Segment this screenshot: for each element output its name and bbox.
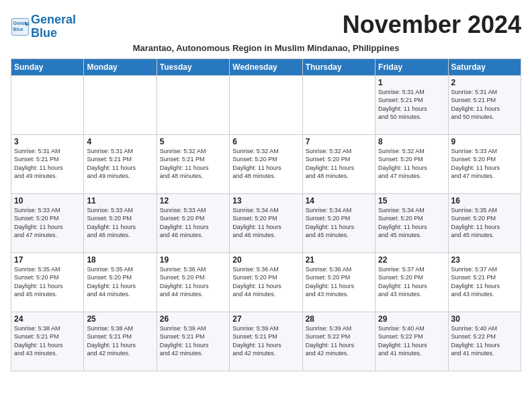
table-row: 23Sunrise: 5:37 AM Sunset: 5:21 PM Dayli… (448, 253, 521, 312)
col-saturday: Saturday (448, 58, 521, 75)
day-number: 2 (451, 78, 518, 87)
cell-info: Sunrise: 5:36 AM Sunset: 5:20 PM Dayligh… (306, 265, 372, 299)
subtitle: Marantao, Autonomous Region in Muslim Mi… (11, 43, 521, 53)
day-number: 12 (160, 196, 226, 205)
table-row: 29Sunrise: 5:40 AM Sunset: 5:22 PM Dayli… (375, 312, 448, 371)
cell-info: Sunrise: 5:32 AM Sunset: 5:20 PM Dayligh… (232, 147, 299, 181)
table-row: 4Sunrise: 5:31 AM Sunset: 5:21 PM Daylig… (84, 134, 157, 193)
table-row: 1Sunrise: 5:31 AM Sunset: 5:21 PM Daylig… (375, 75, 448, 134)
table-row: 24Sunrise: 5:38 AM Sunset: 5:21 PM Dayli… (11, 312, 84, 371)
cell-info: Sunrise: 5:39 AM Sunset: 5:22 PM Dayligh… (306, 324, 372, 358)
table-row: 12Sunrise: 5:33 AM Sunset: 5:20 PM Dayli… (157, 193, 229, 253)
col-friday: Friday (375, 58, 448, 75)
table-row: 17Sunrise: 5:35 AM Sunset: 5:20 PM Dayli… (11, 253, 84, 312)
day-number: 19 (160, 255, 226, 265)
day-number: 23 (451, 255, 518, 265)
table-row: 28Sunrise: 5:39 AM Sunset: 5:22 PM Dayli… (302, 312, 375, 371)
table-row: 26Sunrise: 5:39 AM Sunset: 5:21 PM Dayli… (157, 312, 229, 371)
day-number: 15 (378, 196, 445, 205)
cell-info: Sunrise: 5:37 AM Sunset: 5:21 PM Dayligh… (451, 265, 518, 299)
cell-info: Sunrise: 5:33 AM Sunset: 5:20 PM Dayligh… (87, 206, 153, 240)
day-number: 3 (14, 137, 81, 146)
calendar-week-row: 10Sunrise: 5:33 AM Sunset: 5:20 PM Dayli… (11, 193, 521, 253)
logo-line2: Blue (31, 26, 57, 40)
cell-info: Sunrise: 5:36 AM Sunset: 5:20 PM Dayligh… (232, 265, 299, 299)
day-number: 14 (306, 196, 372, 205)
logo-line1: General (31, 13, 76, 26)
cell-info: Sunrise: 5:33 AM Sunset: 5:20 PM Dayligh… (451, 147, 518, 181)
table-row (84, 75, 157, 134)
logo-text: General Blue (31, 13, 76, 40)
day-number: 21 (306, 255, 372, 265)
calendar-header-row: Sunday Monday Tuesday Wednesday Thursday… (11, 58, 521, 75)
table-row (230, 75, 302, 134)
cell-info: Sunrise: 5:35 AM Sunset: 5:20 PM Dayligh… (87, 265, 153, 299)
day-number: 6 (232, 137, 299, 146)
table-row: 10Sunrise: 5:33 AM Sunset: 5:20 PM Dayli… (11, 193, 84, 253)
day-number: 24 (14, 314, 81, 324)
cell-info: Sunrise: 5:38 AM Sunset: 5:21 PM Dayligh… (87, 324, 153, 358)
day-number: 5 (160, 137, 226, 146)
table-row: 19Sunrise: 5:36 AM Sunset: 5:20 PM Dayli… (157, 253, 229, 312)
table-row: 15Sunrise: 5:34 AM Sunset: 5:20 PM Dayli… (375, 193, 448, 253)
table-row: 18Sunrise: 5:35 AM Sunset: 5:20 PM Dayli… (84, 253, 157, 312)
table-row: 30Sunrise: 5:40 AM Sunset: 5:22 PM Dayli… (448, 312, 521, 371)
cell-info: Sunrise: 5:34 AM Sunset: 5:20 PM Dayligh… (232, 206, 299, 240)
day-number: 16 (451, 196, 518, 205)
table-row: 16Sunrise: 5:35 AM Sunset: 5:20 PM Dayli… (448, 193, 521, 253)
col-tuesday: Tuesday (157, 58, 229, 75)
table-row: 20Sunrise: 5:36 AM Sunset: 5:20 PM Dayli… (230, 253, 302, 312)
table-row: 5Sunrise: 5:32 AM Sunset: 5:21 PM Daylig… (157, 134, 229, 193)
cell-info: Sunrise: 5:33 AM Sunset: 5:20 PM Dayligh… (160, 206, 226, 240)
table-row: 11Sunrise: 5:33 AM Sunset: 5:20 PM Dayli… (84, 193, 157, 253)
cell-info: Sunrise: 5:32 AM Sunset: 5:20 PM Dayligh… (306, 147, 372, 181)
svg-text:Blue: Blue (13, 26, 24, 31)
col-monday: Monday (84, 58, 157, 75)
table-row: 27Sunrise: 5:39 AM Sunset: 5:21 PM Dayli… (230, 312, 302, 371)
cell-info: Sunrise: 5:38 AM Sunset: 5:21 PM Dayligh… (14, 324, 81, 358)
day-number: 17 (14, 255, 81, 265)
cell-info: Sunrise: 5:40 AM Sunset: 5:22 PM Dayligh… (378, 324, 445, 358)
cell-info: Sunrise: 5:34 AM Sunset: 5:20 PM Dayligh… (306, 206, 372, 240)
cell-info: Sunrise: 5:35 AM Sunset: 5:20 PM Dayligh… (451, 206, 518, 240)
table-row: 7Sunrise: 5:32 AM Sunset: 5:20 PM Daylig… (302, 134, 375, 193)
cell-info: Sunrise: 5:33 AM Sunset: 5:20 PM Dayligh… (14, 206, 81, 240)
cell-info: Sunrise: 5:39 AM Sunset: 5:21 PM Dayligh… (160, 324, 226, 358)
table-row: 14Sunrise: 5:34 AM Sunset: 5:20 PM Dayli… (302, 193, 375, 253)
day-number: 22 (378, 255, 445, 265)
calendar-week-row: 1Sunrise: 5:31 AM Sunset: 5:21 PM Daylig… (11, 75, 521, 134)
day-number: 7 (306, 137, 372, 146)
cell-info: Sunrise: 5:37 AM Sunset: 5:20 PM Dayligh… (378, 265, 445, 299)
table-row: 3Sunrise: 5:31 AM Sunset: 5:21 PM Daylig… (11, 134, 84, 193)
table-row: 13Sunrise: 5:34 AM Sunset: 5:20 PM Dayli… (230, 193, 302, 253)
cell-info: Sunrise: 5:32 AM Sunset: 5:20 PM Dayligh… (378, 147, 445, 181)
col-wednesday: Wednesday (230, 58, 302, 75)
cell-info: Sunrise: 5:31 AM Sunset: 5:21 PM Dayligh… (87, 147, 153, 181)
day-number: 4 (87, 137, 153, 146)
table-row: 25Sunrise: 5:38 AM Sunset: 5:21 PM Dayli… (84, 312, 157, 371)
table-row: 21Sunrise: 5:36 AM Sunset: 5:20 PM Dayli… (302, 253, 375, 312)
cell-info: Sunrise: 5:31 AM Sunset: 5:21 PM Dayligh… (378, 88, 445, 122)
cell-info: Sunrise: 5:36 AM Sunset: 5:20 PM Dayligh… (160, 265, 226, 299)
col-sunday: Sunday (11, 58, 84, 75)
table-row (157, 75, 229, 134)
day-number: 18 (87, 255, 153, 265)
cell-info: Sunrise: 5:31 AM Sunset: 5:21 PM Dayligh… (451, 88, 518, 122)
day-number: 11 (87, 196, 153, 205)
calendar-week-row: 3Sunrise: 5:31 AM Sunset: 5:21 PM Daylig… (11, 134, 521, 193)
table-row (302, 75, 375, 134)
day-number: 27 (232, 314, 299, 324)
cell-info: Sunrise: 5:35 AM Sunset: 5:20 PM Dayligh… (14, 265, 81, 299)
logo: General Blue General Blue (11, 13, 76, 40)
cell-info: Sunrise: 5:34 AM Sunset: 5:20 PM Dayligh… (378, 206, 445, 240)
calendar-table: Sunday Monday Tuesday Wednesday Thursday… (11, 58, 521, 371)
month-title: November 2024 (343, 11, 521, 39)
cell-info: Sunrise: 5:40 AM Sunset: 5:22 PM Dayligh… (451, 324, 518, 358)
table-row: 2Sunrise: 5:31 AM Sunset: 5:21 PM Daylig… (448, 75, 521, 134)
col-thursday: Thursday (302, 58, 375, 75)
day-number: 20 (232, 255, 299, 265)
day-number: 28 (306, 314, 372, 324)
logo-icon: General Blue (11, 17, 30, 36)
day-number: 9 (451, 137, 518, 146)
table-row: 9Sunrise: 5:33 AM Sunset: 5:20 PM Daylig… (448, 134, 521, 193)
